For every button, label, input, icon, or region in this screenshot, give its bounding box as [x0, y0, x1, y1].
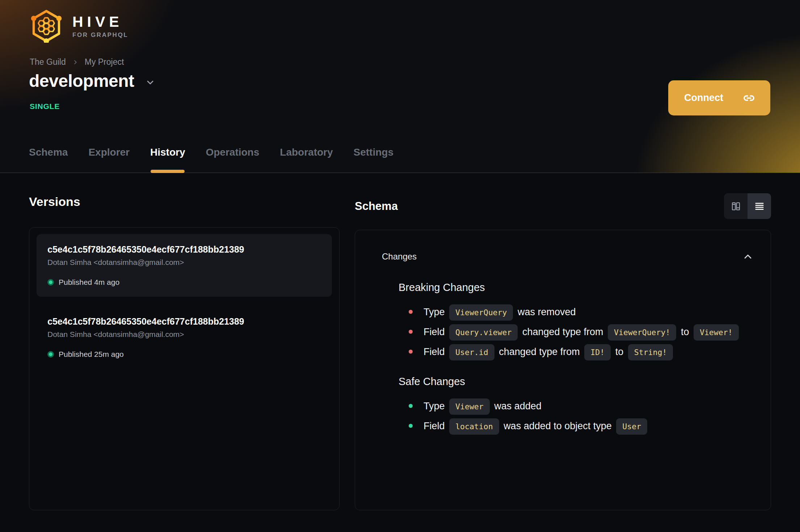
changes-label: Changes	[382, 252, 417, 262]
change-text: Field	[424, 326, 445, 337]
link-icon	[743, 92, 755, 104]
versions-heading: Versions	[29, 195, 340, 209]
changes-body: Breaking ChangesType ViewerQuery was rem…	[355, 263, 771, 436]
published-dot-icon	[47, 279, 54, 286]
version-author: Dotan Simha <dotansimha@gmail.com>	[47, 258, 321, 267]
code-chip: ID!	[584, 344, 611, 360]
tab-history[interactable]: History	[150, 147, 185, 173]
chevron-down-icon	[145, 77, 155, 88]
breadcrumb-project[interactable]: My Project	[85, 57, 124, 67]
connect-button[interactable]: Connect	[668, 80, 770, 115]
view-toggle	[724, 193, 771, 219]
breaking-changes-list: Type ViewerQuery was removed Field Query…	[399, 302, 743, 362]
hive-logo-icon	[29, 9, 64, 43]
change-item: Type Viewer was added	[409, 396, 743, 416]
brand-name: HIVE	[72, 13, 128, 30]
code-chip: User	[616, 418, 647, 435]
version-card[interactable]: c5e4c1c5f78b26465350e4ecf677cf188bb21389…	[37, 306, 332, 369]
tab-laboratory[interactable]: Laboratory	[280, 147, 333, 173]
main-content: Versions c5e4c1c5f78b26465350e4ecf677cf1…	[0, 173, 800, 510]
change-text: was added	[494, 401, 542, 411]
version-hash: c5e4c1c5f78b26465350e4ecf677cf188bb21389	[47, 316, 321, 327]
change-text: was removed	[518, 307, 576, 317]
safe-bullet-icon	[409, 424, 413, 428]
code-chip: Viewer!	[694, 324, 739, 341]
brand-logo[interactable]: HIVE FOR GRAPHQL	[29, 9, 128, 43]
columns-view-icon	[731, 201, 741, 211]
breaking-changes-heading: Breaking Changes	[399, 282, 749, 294]
tab-bar: SchemaExplorerHistoryOperationsLaborator…	[29, 147, 771, 173]
change-text: Field	[424, 421, 445, 431]
collapse-section-button[interactable]	[741, 250, 755, 263]
changes-panel: Changes Breaking ChangesType ViewerQuery…	[355, 230, 771, 510]
chevron-right-icon	[72, 59, 78, 65]
change-text: Type	[424, 307, 445, 317]
tab-operations[interactable]: Operations	[206, 147, 259, 173]
target-selector[interactable]: development	[29, 71, 155, 91]
columns-view-button[interactable]	[724, 193, 748, 219]
safe-changes-list: Type Viewer was added Field location was…	[399, 396, 743, 436]
change-text: changed type from	[499, 346, 580, 357]
change-text: changed type from	[522, 326, 603, 337]
change-text: to	[615, 346, 624, 357]
tab-schema[interactable]: Schema	[29, 147, 68, 173]
version-hash: c5e4c1c5f78b26465350e4ecf677cf188bb21389	[47, 244, 321, 255]
code-chip: ViewerQuery	[449, 304, 513, 321]
change-text: to	[681, 326, 689, 337]
version-status: Published 4m ago	[47, 278, 321, 287]
version-list: c5e4c1c5f78b26465350e4ecf677cf188bb21389…	[29, 227, 340, 510]
brand-text: HIVE FOR GRAPHQL	[72, 13, 128, 39]
connect-button-label: Connect	[684, 92, 723, 104]
chevron-up-icon	[742, 251, 754, 262]
app-header: HIVE FOR GRAPHQL The Guild My Project de…	[0, 0, 800, 173]
safe-changes-heading: Safe Changes	[399, 376, 749, 388]
version-status: Published 25m ago	[47, 350, 321, 359]
schema-column: Schema	[355, 173, 771, 510]
schema-header: Schema	[355, 193, 771, 219]
tab-settings[interactable]: Settings	[354, 147, 393, 173]
breaking-bullet-icon	[409, 330, 413, 334]
safe-bullet-icon	[409, 404, 413, 408]
code-chip: location	[449, 418, 499, 435]
code-chip: Viewer	[449, 398, 490, 415]
changes-header: Changes	[355, 230, 771, 263]
target-mode-badge: SINGLE	[30, 102, 60, 111]
code-chip: User.id	[449, 344, 494, 360]
page-title: development	[29, 71, 134, 91]
list-view-icon	[754, 201, 765, 211]
breaking-bullet-icon	[409, 350, 413, 354]
breadcrumb-org[interactable]: The Guild	[30, 57, 66, 67]
version-card[interactable]: c5e4c1c5f78b26465350e4ecf677cf188bb21389…	[37, 234, 332, 297]
code-chip: String!	[628, 344, 673, 360]
versions-column: Versions c5e4c1c5f78b26465350e4ecf677cf1…	[29, 173, 340, 510]
code-chip: ViewerQuery!	[608, 324, 676, 341]
version-status-text: Published 4m ago	[59, 278, 119, 287]
breaking-bullet-icon	[409, 310, 413, 314]
brand-tagline: FOR GRAPHQL	[72, 31, 128, 39]
version-author: Dotan Simha <dotansimha@gmail.com>	[47, 330, 321, 339]
change-item: Field Query.viewer changed type from Vie…	[409, 322, 743, 342]
change-item: Field User.id changed type from ID! to S…	[409, 342, 743, 362]
change-text: Type	[424, 401, 445, 411]
list-view-button[interactable]	[748, 193, 771, 219]
schema-heading: Schema	[355, 200, 398, 213]
breadcrumb: The Guild My Project	[30, 57, 124, 67]
code-chip: Query.viewer	[449, 324, 518, 341]
change-text: Field	[424, 346, 445, 357]
change-item: Type ViewerQuery was removed	[409, 302, 743, 322]
change-item: Field location was added to object type …	[409, 416, 743, 436]
tab-explorer[interactable]: Explorer	[88, 147, 130, 173]
change-text: was added to object type	[504, 421, 612, 431]
published-dot-icon	[47, 351, 54, 358]
version-status-text: Published 25m ago	[59, 350, 124, 359]
